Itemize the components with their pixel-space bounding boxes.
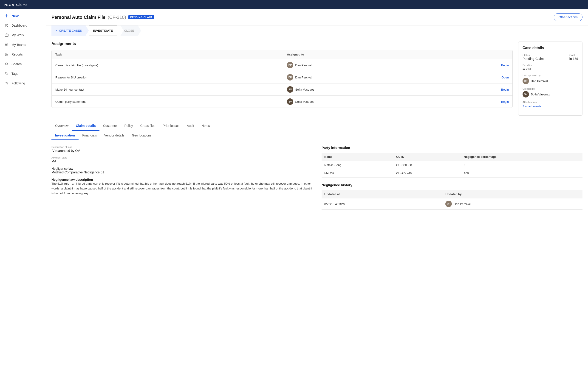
main-tabs: OverviewClaim detailsCustomerPolicyCross… xyxy=(46,121,588,131)
detail-row-status-goal: Status Pending-Claim Goal in 15d xyxy=(523,54,578,60)
field-accident-state: Accident state MA xyxy=(52,156,312,163)
created-by: Sofia Vasquez xyxy=(531,93,550,96)
subtab-geo-locations[interactable]: Geo locations xyxy=(128,131,155,140)
action-button[interactable]: Begin xyxy=(501,64,509,67)
avatar: DP xyxy=(287,74,293,81)
tab-notes[interactable]: Notes xyxy=(198,121,214,131)
goal-label: Goal xyxy=(569,54,578,56)
party-name: Mel Ott xyxy=(321,169,393,177)
sidebar-item-tags[interactable]: Tags xyxy=(0,69,46,78)
field-negligence-law: Negligence law Modified Comparative Negl… xyxy=(52,167,312,174)
tab-customer[interactable]: Customer xyxy=(99,121,121,131)
svg-point-3 xyxy=(7,44,8,45)
detail-status: Status Pending-Claim xyxy=(523,54,544,60)
table-row: Obtain party statement SV Sofia Vasquez … xyxy=(52,96,512,108)
teams-icon xyxy=(5,43,9,47)
sidebar-item-my-teams[interactable]: My Teams xyxy=(0,40,46,50)
tab-cross-files[interactable]: Cross files xyxy=(137,121,159,131)
list-item: Mel Ott CU-PDL-46 100 xyxy=(321,169,582,177)
action-cell[interactable]: Begin xyxy=(443,96,512,108)
search-icon xyxy=(5,62,9,66)
attachments-label: Attachments xyxy=(523,101,578,103)
tab-policy[interactable]: Policy xyxy=(121,121,137,131)
last-updated-label: Last updated by xyxy=(523,74,578,77)
col-task: Task xyxy=(52,50,283,59)
content-area: Assignments Task Assigned to Close this … xyxy=(46,36,588,121)
dashboard-icon xyxy=(5,23,9,27)
assignee-name: Dan Percival xyxy=(295,76,312,79)
sidebar-item-my-work-label: My Work xyxy=(11,33,24,37)
avatar: SV xyxy=(287,98,293,105)
sidebar-item-dashboard[interactable]: Dashboard xyxy=(0,21,46,30)
sidebar-item-following[interactable]: Following xyxy=(0,78,46,88)
subtab-investigation[interactable]: Investigation xyxy=(52,131,78,140)
tab-claim-details[interactable]: Claim details xyxy=(72,121,99,131)
assignments-title: Assignments xyxy=(52,42,513,46)
case-details-title: Case details xyxy=(523,46,578,50)
subtab-vendor-details[interactable]: Vendor details xyxy=(100,131,128,140)
avatar: DP xyxy=(445,201,452,207)
negligence-desc-text: The 51% rule - an injured party can only… xyxy=(52,181,312,196)
sidebar-item-new[interactable]: New xyxy=(0,11,46,21)
page-header: Personal Auto Claim File (CF-310) PENDIN… xyxy=(46,9,588,25)
case-details-panel: Case details Status Pending-Claim Goal i… xyxy=(518,42,582,116)
detail-last-updated: Last updated by DP Dan Percival xyxy=(523,74,578,84)
app-name: Claims xyxy=(16,3,27,7)
subtab-financials[interactable]: Financials xyxy=(78,131,100,140)
party-table: Name CU ID Negligence percentage Natalie… xyxy=(321,153,582,177)
assignee-cell: DP Dan Percival xyxy=(283,59,443,71)
list-item: Natalie Song CU-COL-68 0 xyxy=(321,161,582,169)
detail-content: Description of loss IV rearended by OV A… xyxy=(46,140,588,215)
task-cell: Make 24 hour contact xyxy=(52,83,283,96)
detail-deadline: Deadline in 21d xyxy=(523,64,578,71)
task-cell: Obtain party statement xyxy=(52,96,283,108)
step-create-cases[interactable]: ✓ CREATE CASES xyxy=(52,25,89,36)
accident-state-value: MA xyxy=(52,159,312,163)
goal-value: in 15d xyxy=(569,57,578,60)
other-actions-button[interactable]: Other actions xyxy=(554,13,582,21)
action-cell[interactable]: Begin xyxy=(443,59,512,71)
attachments-link[interactable]: 3 attachments xyxy=(523,105,541,108)
tab-audit[interactable]: Audit xyxy=(183,121,198,131)
reports-icon xyxy=(5,52,9,56)
col-cuid: CU ID xyxy=(393,153,461,161)
action-button[interactable]: Begin xyxy=(501,100,509,103)
action-button[interactable]: Begin xyxy=(501,88,509,91)
col-updated-by: Updated by xyxy=(443,190,582,198)
checkmark-icon: ✓ xyxy=(55,29,58,32)
action-cell[interactable]: Open xyxy=(443,71,512,83)
sidebar-item-reports[interactable]: Reports xyxy=(0,50,46,59)
tab-list: OverviewClaim detailsCustomerPolicyCross… xyxy=(52,121,582,131)
tab-overview[interactable]: Overview xyxy=(52,121,72,131)
assignee-cell: SV Sofia Vasquez xyxy=(283,83,443,96)
updated-by-name: Dan Percival xyxy=(454,202,471,206)
step-close[interactable]: CLOSE xyxy=(120,25,141,36)
sidebar-item-dashboard-label: Dashboard xyxy=(11,24,27,27)
party-cuid: CU-COL-68 xyxy=(393,161,461,169)
step-close-label: CLOSE xyxy=(124,29,134,32)
detail-right: Party information Name CU ID Negligence … xyxy=(321,146,582,210)
page-title: Personal Auto Claim File xyxy=(52,15,105,20)
status-badge: PENDING-CLAIM xyxy=(128,15,154,19)
last-updated-by: Dan Percival xyxy=(531,79,548,83)
step-investigate-label: INVESTIGATE xyxy=(93,29,113,32)
brand: PEGA Claims xyxy=(4,3,27,7)
sidebar-item-tags-label: Tags xyxy=(11,72,18,75)
task-cell: Close this claim file (Investigate) xyxy=(52,59,283,71)
negligence-law-value: Modified Comparative Negligence 51 xyxy=(52,170,312,174)
assignments-table: Task Assigned to Close this claim file (… xyxy=(52,50,513,108)
tags-icon xyxy=(5,72,9,76)
step-investigate[interactable]: INVESTIGATE xyxy=(89,25,120,36)
action-button[interactable]: Open xyxy=(502,76,509,79)
party-cuid: CU-PDL-46 xyxy=(393,169,461,177)
avatar: DP xyxy=(287,62,293,68)
task-cell: Reason for SIU creation xyxy=(52,71,283,83)
sidebar-item-my-work[interactable]: My Work xyxy=(0,30,46,40)
action-cell[interactable]: Begin xyxy=(443,83,512,96)
assignee-name: Sofia Vasquez xyxy=(295,88,314,91)
tab-prior-losses[interactable]: Prior losses xyxy=(159,121,183,131)
main-content: Personal Auto Claim File (CF-310) PENDIN… xyxy=(46,9,588,367)
sidebar-item-search[interactable]: Search xyxy=(0,59,46,69)
desc-of-loss-value: IV rearended by OV xyxy=(52,149,312,152)
sidebar-item-my-teams-label: My Teams xyxy=(11,43,26,47)
